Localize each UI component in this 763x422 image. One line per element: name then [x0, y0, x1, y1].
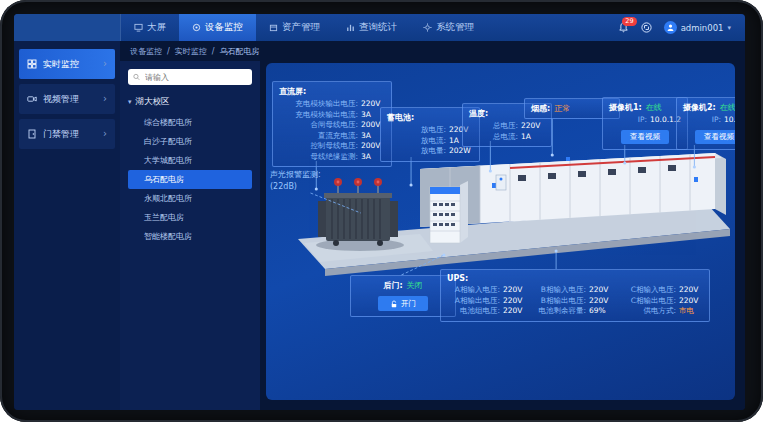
breadcrumb-item[interactable]: 实时监控: [175, 46, 207, 57]
breadcrumb: 设备监控 / 实时监控 / 乌石配电房: [120, 41, 745, 61]
search-icon: [133, 73, 140, 81]
sidebar-item-video-management[interactable]: 视频管理 ›: [19, 84, 115, 114]
tree-search[interactable]: [128, 69, 252, 85]
avatar: [664, 21, 677, 34]
breadcrumb-item-current: 乌石配电房: [219, 46, 259, 57]
panel-title: 后门:: [383, 280, 402, 291]
screen-icon: [134, 23, 143, 32]
dc-screen-panel: 直流屏: 充电模块输出电压:220V 充电模块输出电流:3A 合闸母线电压:20…: [272, 81, 392, 167]
nav-label: 资产管理: [282, 21, 320, 34]
chevron-right-icon: ›: [103, 129, 107, 139]
chevron-right-icon: ›: [103, 94, 107, 104]
user-menu[interactable]: admin001 ▾: [664, 21, 731, 34]
sidebar-item-label: 实时监控: [43, 58, 79, 71]
settings-icon: [423, 23, 432, 32]
chevron-down-icon: ▾: [727, 24, 731, 32]
camera2-panel: 摄像机2: 在线 IP:10.0.1.3 查看视频: [676, 97, 735, 150]
power-supply-mode-value: 市电: [679, 306, 703, 317]
door-status: 关闭: [407, 280, 423, 291]
nav-item-query-statistics[interactable]: 查询统计: [333, 14, 410, 41]
sidebar-item-access-management[interactable]: 门禁管理 ›: [19, 119, 115, 149]
tree-item[interactable]: 综合楼配电所: [128, 113, 252, 132]
breadcrumb-item[interactable]: 设备监控: [130, 46, 162, 57]
tree-item[interactable]: 白沙子配电所: [128, 132, 252, 151]
sidebar-item-label: 视频管理: [43, 93, 79, 106]
stats-icon: [346, 23, 355, 32]
room-visualization-panel: 直流屏: 充电模块输出电压:220V 充电模块输出电流:3A 合闸母线电压:20…: [266, 63, 735, 400]
logo: [14, 14, 121, 41]
panel-title: 摄像机1:: [609, 102, 642, 113]
nav-label: 系统管理: [436, 21, 474, 34]
unlock-icon: [390, 300, 398, 308]
nav-label: 大屏: [147, 21, 166, 34]
view-video-button[interactable]: 查看视频: [695, 130, 735, 144]
nav-label: 查询统计: [359, 21, 397, 34]
panel-title: 摄像机2:: [683, 102, 716, 113]
ups-panel: UPS: A相输入电压:220V B相输入电压:220V C相输入电压:220V…: [440, 269, 710, 322]
door-access-icon: [27, 129, 37, 139]
smoke-status: 正常: [554, 103, 570, 114]
caret-down-icon: ▾: [128, 98, 132, 106]
nav-item-system-management[interactable]: 系统管理: [410, 14, 487, 41]
view-video-button[interactable]: 查看视频: [621, 130, 669, 144]
tree-root-label: 湖大校区: [136, 96, 170, 108]
camera2-status: 在线: [720, 102, 735, 113]
asset-icon: [269, 23, 278, 32]
device-frame: 大屏 设备监控 资产管理: [0, 0, 763, 422]
main-nav: 大屏 设备监控 资产管理: [121, 14, 487, 41]
nav-item-device-monitoring[interactable]: 设备监控: [179, 14, 256, 41]
camera1-status: 在线: [646, 102, 662, 113]
notifications-button[interactable]: 29: [618, 22, 629, 33]
nav-right-tools: 29 admin001 ▾: [618, 14, 745, 41]
panel-title: 烟感:: [531, 103, 550, 114]
chevron-right-icon: ›: [103, 59, 107, 69]
fullscreen-icon: [641, 22, 652, 33]
video-camera-icon: [27, 94, 37, 104]
nav-item-asset-management[interactable]: 资产管理: [256, 14, 333, 41]
nav-item-dashboard[interactable]: 大屏: [121, 14, 179, 41]
tree-item[interactable]: 大学城配电所: [128, 151, 252, 170]
app-screen: 大屏 设备监控 资产管理: [14, 14, 745, 410]
alarm-value: (22dB): [270, 181, 321, 193]
alarm-title: 声光报警监测:: [270, 169, 321, 181]
monitor-icon: [192, 23, 201, 32]
sidebar-item-label: 门禁管理: [43, 128, 79, 141]
tree-root-node[interactable]: ▾ 湖大校区: [128, 94, 252, 113]
search-input[interactable]: [143, 72, 247, 83]
panel-title: UPS:: [447, 274, 703, 283]
user-name: admin001: [681, 23, 724, 33]
sidebar-item-realtime-monitoring[interactable]: 实时监控 ›: [19, 49, 115, 79]
sound-light-alarm-label: 声光报警监测: (22dB): [270, 169, 321, 193]
tree-item[interactable]: 智能楼配电房: [128, 227, 252, 246]
left-sidebar: 实时监控 › 视频管理 › 门禁管理 ›: [14, 41, 120, 410]
top-navbar: 大屏 设备监控 资产管理: [14, 14, 745, 41]
nav-label: 设备监控: [205, 21, 243, 34]
fullscreen-button[interactable]: [641, 22, 652, 33]
station-tree-panel: ▾ 湖大校区 综合楼配电所 白沙子配电所 大学城配电所 乌石配电房 永顺北配电所…: [120, 61, 260, 410]
breadcrumb-separator: /: [212, 47, 215, 56]
content-area: 设备监控 / 实时监控 / 乌石配电房 ▾: [120, 41, 745, 410]
realtime-monitor-icon: [27, 59, 37, 69]
panel-title: 蓄电池:: [387, 112, 473, 123]
notification-badge: 29: [622, 17, 636, 26]
user-icon: [666, 23, 675, 32]
tree-item[interactable]: 永顺北配电所: [128, 189, 252, 208]
tree-item-selected[interactable]: 乌石配电房: [128, 170, 252, 189]
panel-title: 直流屏:: [279, 86, 385, 97]
tree-item[interactable]: 玉兰配电房: [128, 208, 252, 227]
breadcrumb-separator: /: [167, 47, 170, 56]
open-door-button[interactable]: 开门: [378, 296, 428, 311]
